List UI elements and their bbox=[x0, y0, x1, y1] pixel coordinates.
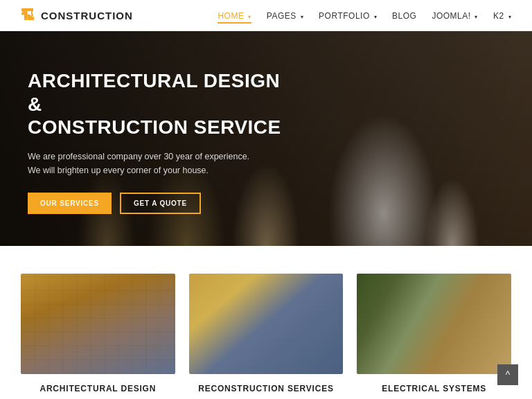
hero-content: ARCHITECTURAL DESIGN & CONSTRUCTION SERV… bbox=[0, 31, 319, 214]
nav-link-blog[interactable]: BLOG bbox=[392, 11, 416, 21]
nav-link-home[interactable]: HOME ▾ bbox=[218, 11, 251, 24]
services-grid: ARCHITECTURAL DESIGN Sed tit amet sapien… bbox=[21, 274, 511, 399]
scroll-to-top-button[interactable]: ^ bbox=[497, 364, 518, 385]
brand-logo[interactable]: 🏗 CONSTRUCTION bbox=[21, 8, 133, 24]
nav-link-joomla[interactable]: JOOMLA! ▾ bbox=[432, 11, 478, 21]
nav-item-portfolio[interactable]: PORTFOLIO ▾ bbox=[319, 9, 377, 21]
chevron-down-icon: ▾ bbox=[301, 14, 304, 20]
nav-menu: HOME ▾ PAGES ▾ PORTFOLIO ▾ BLOG JOOMLA! bbox=[218, 9, 511, 21]
get-quote-button[interactable]: GET A QUOTE bbox=[120, 193, 201, 214]
service-card-elec: ELECTRICAL SYSTEMS Sed tit amet sapien s… bbox=[357, 274, 511, 399]
hero-actions: OUR SERVICES GET A QUOTE bbox=[28, 193, 291, 214]
hero-subtitle: We are professional company over 30 year… bbox=[28, 150, 291, 177]
hero-section: ARCHITECTURAL DESIGN & CONSTRUCTION SERV… bbox=[0, 31, 532, 246]
nav-item-home[interactable]: HOME ▾ bbox=[218, 9, 251, 21]
logo-icon: 🏗 bbox=[21, 8, 35, 24]
service-image-recon bbox=[189, 274, 344, 374]
nav-item-blog[interactable]: BLOG bbox=[392, 9, 416, 21]
service-image-arch bbox=[21, 274, 175, 374]
nav-link-pages[interactable]: PAGES ▾ bbox=[267, 11, 303, 21]
nav-link-portfolio[interactable]: PORTFOLIO ▾ bbox=[319, 11, 377, 21]
brand-name: CONSTRUCTION bbox=[41, 10, 133, 21]
chevron-down-icon: ▾ bbox=[475, 14, 478, 20]
services-section: ARCHITECTURAL DESIGN Sed tit amet sapien… bbox=[0, 246, 532, 399]
service-card-arch: ARCHITECTURAL DESIGN Sed tit amet sapien… bbox=[21, 274, 175, 399]
service-title-arch: ARCHITECTURAL DESIGN bbox=[21, 384, 175, 393]
nav-item-pages[interactable]: PAGES ▾ bbox=[267, 9, 303, 21]
service-title-recon: RECONSTRUCTION SERVICES bbox=[189, 384, 344, 393]
chevron-down-icon: ▾ bbox=[508, 14, 512, 20]
chevron-down-icon: ▾ bbox=[248, 14, 251, 20]
hero-title: ARCHITECTURAL DESIGN & CONSTRUCTION SERV… bbox=[28, 69, 291, 139]
chevron-down-icon: ▾ bbox=[374, 14, 378, 20]
nav-item-joomla[interactable]: JOOMLA! ▾ bbox=[432, 9, 478, 21]
service-image-elec bbox=[357, 274, 511, 374]
nav-item-k2[interactable]: K2 ▾ bbox=[493, 9, 511, 21]
nav-link-k2[interactable]: K2 ▾ bbox=[493, 11, 511, 21]
service-card-recon: RECONSTRUCTION SERVICES Vivamus ac eros … bbox=[189, 274, 344, 399]
navbar: 🏗 CONSTRUCTION HOME ▾ PAGES ▾ PORTFOLIO … bbox=[0, 0, 532, 31]
service-title-elec: ELECTRICAL SYSTEMS bbox=[357, 384, 511, 393]
our-services-button[interactable]: OUR SERVICES bbox=[28, 193, 112, 214]
